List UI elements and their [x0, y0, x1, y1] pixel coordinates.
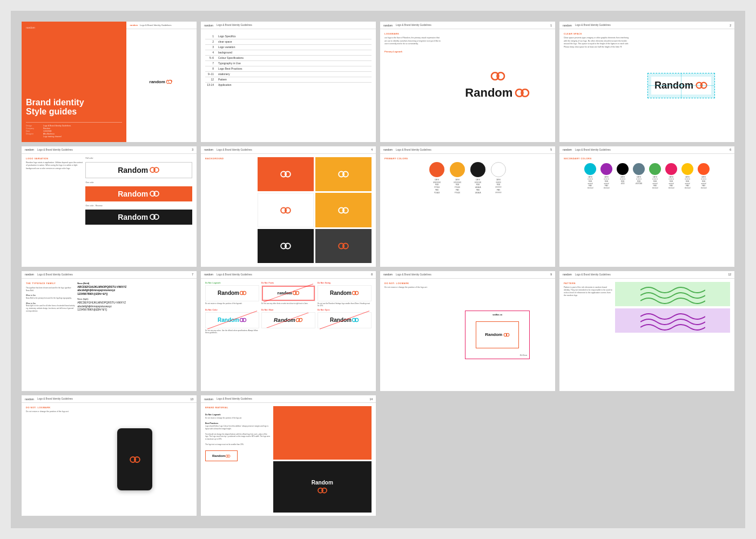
slide-7-content: Primary colors CMYK0/68/100/0 RGBFF7824 … [380, 154, 555, 267]
tshirt-best-text: Logo should follow 'Logo Colour from thi… [205, 425, 271, 430]
logemark-icon [490, 71, 506, 82]
font-light-name: Nexa (light) [77, 298, 192, 300]
stationery-left: Do Not: Logmark Do not resize or change … [384, 282, 442, 388]
slide-4-tag: random [563, 24, 572, 27]
slide-10-num: 8 [371, 273, 373, 276]
practice-3: Do Not: Sizing Random Do not use the Ran… [318, 282, 372, 307]
slide-12-num: 12 [728, 273, 731, 276]
bg-icon-4 [338, 206, 349, 214]
slide-5-variation: random Logo & Brand Identity Guidelines … [22, 146, 197, 267]
practice-6-label: Do Not: Open [318, 309, 372, 311]
slide-10-content: Do Not: Logmark Random Do not resize or … [201, 279, 376, 392]
meta-designer-label: Designer [26, 133, 41, 135]
bg-icon-3 [280, 206, 292, 214]
slide-13-tag: random [25, 397, 34, 401]
slide-5-tag: random [25, 148, 34, 151]
practices-grid: Do Not: Logmark Random Do not resize or … [205, 282, 372, 334]
slide-9-tag: random [25, 273, 34, 276]
slide-12-title: Logo & Brand Identity Guidelines [575, 273, 728, 276]
bg-icon-1 [280, 170, 292, 178]
slide-4-header: random Logo & Brand Identity Guidelines … [559, 22, 734, 29]
practice-3-box: Random [318, 285, 372, 301]
tshirt-orange-panel [273, 406, 372, 459]
slide-7-primarycolors: random Logo & Brand Identity Guidelines … [380, 146, 555, 267]
slide-14-content: Brand Material Do Not: Logmark Do not re… [201, 403, 376, 516]
meta-designer-value: Alex Andreou [43, 133, 55, 135]
sec-color-7: CMYK0 0 0 0RGBannualPMS#annual [681, 163, 693, 189]
variation-body: Random logo exists in application. Utili… [26, 161, 83, 171]
logemark-label: logemark [384, 32, 442, 35]
tshirt-logo-text: Random [312, 480, 333, 486]
variation-box-reverse: Random [85, 210, 192, 225]
swatch-orange [429, 162, 444, 177]
tshirt-logo-preview-box: Random [205, 450, 238, 461]
font-bold-name: Nexa (Bold) [77, 282, 192, 285]
slide-3-right: Random [445, 32, 551, 139]
slide-5-content: Logo variation Random logo exists in app… [22, 154, 197, 267]
swatch-amber-label: CMYK0/33/100/0 RGBF7941E PMSF7941E [454, 179, 461, 194]
meta-design-label: Design [26, 125, 41, 127]
variation-icon-full [149, 166, 160, 173]
variation-one-label: One color [85, 181, 192, 184]
primary-colors-label: Primary colors [384, 157, 551, 160]
slide-11-num: 9 [550, 273, 552, 276]
swatch-amber [450, 162, 465, 177]
stationery-right: walkie.co Random 85×55mm [444, 282, 551, 388]
slide-13-header: random Logo & Brand Identity Guidelines … [22, 395, 197, 403]
sec-label-1: CMYK0 0 0 0RGBannualPMS#annual [588, 176, 593, 189]
slide-9-content: The Typeface Family This typeface has be… [22, 279, 197, 392]
when-bold-text: Nexa Bold is the primary font used for t… [26, 297, 75, 300]
bg-icon-5 [280, 242, 292, 250]
slide-8-title: Logo & Brand Identity Guidelines [575, 149, 730, 151]
slide-6-num: 4 [371, 148, 373, 151]
cover-logo-icon [166, 79, 174, 84]
sec-label-4: CMYK0 0 0 0RGB#607D8B [636, 176, 643, 185]
pattern-label: Pattern [564, 282, 613, 285]
stationery-icon [503, 333, 510, 337]
slide-10-title: Logo & Brand Identity Guidelines [217, 273, 371, 276]
slide-5-left: Logo variation Random logo exists in app… [26, 157, 83, 264]
sec-color-6: CMYK0 0 0 0RGBannualPMS#annual [665, 163, 677, 189]
slide-8-num: 6 [730, 148, 731, 151]
slide-5-right: Full color Random One color Random [85, 157, 192, 264]
slide-9-typography: random Logo & Brand Identity Guidelines … [22, 271, 197, 392]
slide-3-num: 1 [550, 24, 552, 27]
logemark-text: Random [465, 86, 512, 100]
stationery-card-inner: Random [476, 321, 519, 348]
toc-item-8: 9–11 stationery [205, 72, 372, 76]
sec-label-7: CMYK0 0 0 0RGBannualPMS#annual [685, 176, 691, 189]
slide-3-logemark: random Logo & Brand Identity Guidelines … [380, 22, 555, 142]
pattern-body: Pattern is part of the rich elements in … [564, 286, 613, 298]
slide-3-header: random Logo & Brand Identity Guidelines … [380, 22, 555, 29]
sec-color-2: CMYK0 0 0 0RGBannualPMS#annual [600, 163, 612, 189]
toc-item-10: 13-14 Application [205, 83, 372, 86]
chars-bold-num: 1234567890!@£$%^&*() [77, 292, 192, 296]
meta-date-label: Date [26, 130, 41, 132]
slide-11-header: random Logo & Brand Identity Guidelines … [380, 271, 555, 279]
slide-12-pattern: random Logo & Brand Identity Guidelines … [559, 271, 734, 392]
slide-8-secondarycolors: random Logo & Brand Identity Guidelines … [559, 146, 734, 267]
slide-3-title: Logo & Brand Identity Guidelines [396, 24, 550, 26]
sec-swatch-5 [649, 163, 661, 175]
slide-6-header: random Logo & Brand Identity Guidelines … [201, 146, 376, 154]
toc-list: 1 Logo Specifics 2 clear space 3 Logo va… [205, 35, 372, 86]
canvas: random Brand identity Style guides Desig… [11, 11, 745, 528]
slide-13-title: Logo & Brand Identity Guidelines [37, 397, 190, 400]
when-light-text: Nexa light is to be used for all other f… [26, 305, 75, 312]
cover-header-title: Logo & Brand Identity Guidelines [140, 24, 171, 26]
bg-cell-4 [315, 193, 372, 227]
tshirt-brand-label: Brand Material [205, 406, 271, 409]
slide-10-tag: random [204, 273, 213, 276]
slide-5-header: random Logo & Brand Identity Guidelines … [22, 146, 197, 154]
slide-3-tag: random [383, 24, 393, 27]
phone-right [77, 406, 192, 513]
sec-swatch-3 [617, 163, 629, 175]
slide-6-right [258, 157, 372, 264]
phone-text: Do not resize or change the position of … [26, 410, 75, 413]
variation-box-one: Random [85, 186, 192, 201]
practice-4: Do Not: Color Random Do not use any c [205, 309, 259, 334]
variation-label: Logo variation [26, 157, 83, 160]
sec-label-2: CMYK0 0 0 0RGBannualPMS#annual [604, 176, 610, 189]
sec-color-4: CMYK0 0 0 0RGB#607D8B [633, 163, 645, 189]
practice-4-text: Do not use any colors. Use the official … [205, 329, 259, 334]
